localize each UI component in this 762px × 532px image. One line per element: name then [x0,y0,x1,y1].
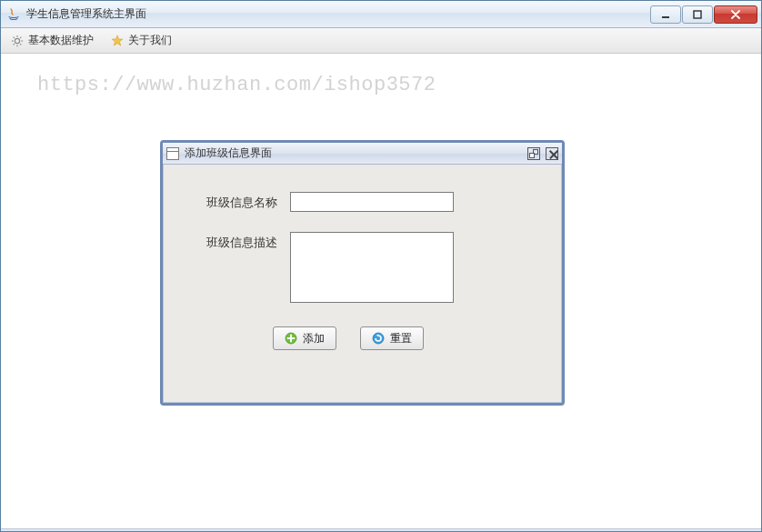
main-window: 学生信息管理系统主界面 [0,0,762,532]
plus-icon [285,332,297,345]
button-row: 添加 重置 [273,326,538,350]
window-controls [649,5,757,24]
client-area: https://www.huzhan.com/ishop3572 添加班级信息界… [1,54,761,528]
maximize-button[interactable] [682,5,713,24]
button-label: 添加 [303,331,325,346]
button-label: 重置 [390,331,412,346]
window-title: 学生信息管理系统主界面 [26,6,649,22]
menu-about[interactable]: 关于我们 [106,31,175,50]
input-class-name[interactable] [290,192,454,212]
reset-icon [372,332,385,345]
add-button[interactable]: 添加 [273,326,336,350]
titlebar[interactable]: 学生信息管理系统主界面 [1,1,761,28]
menu-label: 基本数据维护 [28,33,94,48]
svg-line-8 [20,44,21,45]
svg-point-2 [15,38,19,43]
java-icon [6,7,21,22]
input-class-desc[interactable] [290,232,454,303]
row-class-name: 班级信息名称 [186,192,538,212]
internal-maximize-button[interactable] [527,147,540,160]
row-class-desc: 班级信息描述 [186,232,538,303]
menubar: 基本数据维护 关于我们 [1,28,761,54]
svg-line-7 [14,36,15,37]
watermark-text: https://www.huzhan.com/ishop3572 [37,74,436,96]
internal-close-button[interactable] [546,147,558,160]
gear-icon [10,34,25,48]
internal-frame-title: 添加班级信息界面 [185,146,522,161]
reset-button[interactable]: 重置 [360,326,424,350]
label-class-desc: 班级信息描述 [186,232,277,251]
star-icon [110,34,125,48]
internal-frame-body: 班级信息名称 班级信息描述 添加 [163,165,562,403]
close-button[interactable] [714,5,757,24]
window-icon [166,147,179,160]
window-bottom-border [1,528,761,531]
menu-basic-data[interactable]: 基本数据维护 [6,31,97,50]
internal-frame-titlebar[interactable]: 添加班级信息界面 [163,143,562,165]
svg-line-9 [14,44,15,45]
internal-frame-add-class[interactable]: 添加班级信息界面 班级信息名称 班级信息描述 [160,140,565,406]
svg-line-10 [20,36,21,37]
svg-rect-0 [662,16,669,18]
label-class-name: 班级信息名称 [186,192,277,211]
menu-label: 关于我们 [128,33,172,48]
minimize-button[interactable] [650,5,681,24]
svg-rect-1 [694,11,701,18]
